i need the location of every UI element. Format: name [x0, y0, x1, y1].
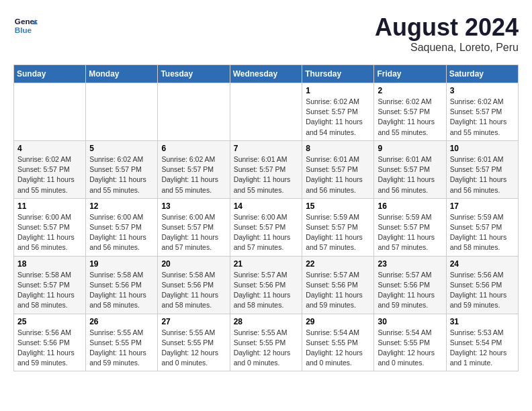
- day-info: Sunrise: 6:02 AMSunset: 5:57 PMDaylight:…: [378, 97, 442, 138]
- day-cell: 13Sunrise: 6:00 AMSunset: 5:57 PMDayligh…: [158, 198, 230, 256]
- day-cell: 16Sunrise: 5:59 AMSunset: 5:57 PMDayligh…: [374, 198, 446, 256]
- day-cell: 1Sunrise: 6:02 AMSunset: 5:57 PMDaylight…: [302, 83, 374, 141]
- weekday-header-wednesday: Wednesday: [230, 65, 302, 83]
- day-number: 12: [89, 201, 154, 211]
- day-number: 3: [450, 86, 515, 95]
- day-info: Sunrise: 6:01 AMSunset: 5:57 PMDaylight:…: [378, 154, 442, 195]
- day-info: Sunrise: 5:57 AMSunset: 5:56 PMDaylight:…: [306, 270, 370, 311]
- day-info: Sunrise: 6:00 AMSunset: 5:57 PMDaylight:…: [89, 212, 154, 253]
- day-number: 7: [234, 144, 299, 153]
- day-info: Sunrise: 6:02 AMSunset: 5:57 PMDaylight:…: [17, 154, 82, 195]
- day-info: Sunrise: 5:58 AMSunset: 5:57 PMDaylight:…: [17, 270, 82, 311]
- subtitle: Saquena, Loreto, Peru: [375, 42, 519, 54]
- day-info: Sunrise: 5:55 AMSunset: 5:55 PMDaylight:…: [234, 328, 299, 369]
- day-info: Sunrise: 6:02 AMSunset: 5:57 PMDaylight:…: [306, 97, 370, 138]
- week-row-5: 25Sunrise: 5:56 AMSunset: 5:56 PMDayligh…: [14, 314, 519, 371]
- day-number: 22: [306, 259, 370, 269]
- day-cell: 4Sunrise: 6:02 AMSunset: 5:57 PMDaylight…: [14, 140, 86, 198]
- main-title: August 2024: [375, 13, 519, 42]
- day-cell: 24Sunrise: 5:56 AMSunset: 5:56 PMDayligh…: [446, 256, 518, 314]
- day-info: Sunrise: 6:01 AMSunset: 5:57 PMDaylight:…: [234, 154, 299, 195]
- day-number: 11: [17, 201, 82, 211]
- day-number: 20: [161, 259, 226, 269]
- day-number: 26: [89, 317, 154, 326]
- day-cell: 18Sunrise: 5:58 AMSunset: 5:57 PMDayligh…: [14, 256, 86, 314]
- day-cell: 25Sunrise: 5:56 AMSunset: 5:56 PMDayligh…: [14, 314, 86, 371]
- day-info: Sunrise: 5:59 AMSunset: 5:57 PMDaylight:…: [306, 212, 370, 253]
- day-number: 29: [306, 317, 370, 326]
- day-number: 5: [89, 144, 154, 153]
- day-number: 19: [89, 259, 154, 269]
- day-info: Sunrise: 6:00 AMSunset: 5:57 PMDaylight:…: [234, 212, 299, 253]
- day-info: Sunrise: 5:55 AMSunset: 5:55 PMDaylight:…: [89, 328, 154, 369]
- day-info: Sunrise: 5:59 AMSunset: 5:57 PMDaylight:…: [450, 212, 515, 253]
- day-cell: 20Sunrise: 5:58 AMSunset: 5:56 PMDayligh…: [158, 256, 230, 314]
- week-row-2: 4Sunrise: 6:02 AMSunset: 5:57 PMDaylight…: [14, 140, 519, 198]
- day-cell: 2Sunrise: 6:02 AMSunset: 5:57 PMDaylight…: [374, 83, 446, 141]
- day-cell: 21Sunrise: 5:57 AMSunset: 5:56 PMDayligh…: [230, 256, 302, 314]
- day-info: Sunrise: 5:55 AMSunset: 5:55 PMDaylight:…: [161, 328, 226, 369]
- day-cell: 30Sunrise: 5:54 AMSunset: 5:55 PMDayligh…: [374, 314, 446, 371]
- day-info: Sunrise: 6:02 AMSunset: 5:57 PMDaylight:…: [161, 154, 226, 195]
- day-number: 31: [450, 317, 515, 326]
- day-number: 1: [306, 86, 370, 95]
- day-cell: 17Sunrise: 5:59 AMSunset: 5:57 PMDayligh…: [446, 198, 518, 256]
- day-cell: 15Sunrise: 5:59 AMSunset: 5:57 PMDayligh…: [302, 198, 374, 256]
- day-cell: [14, 83, 86, 141]
- day-info: Sunrise: 6:02 AMSunset: 5:57 PMDaylight:…: [89, 154, 154, 195]
- day-cell: [158, 83, 230, 141]
- day-cell: 12Sunrise: 6:00 AMSunset: 5:57 PMDayligh…: [86, 198, 158, 256]
- week-row-3: 11Sunrise: 6:00 AMSunset: 5:57 PMDayligh…: [14, 198, 519, 256]
- day-cell: [86, 83, 158, 141]
- day-number: 15: [306, 201, 370, 211]
- day-number: 13: [161, 201, 226, 211]
- day-info: Sunrise: 5:54 AMSunset: 5:55 PMDaylight:…: [378, 328, 442, 369]
- day-cell: 29Sunrise: 5:54 AMSunset: 5:55 PMDayligh…: [302, 314, 374, 371]
- day-number: 10: [450, 144, 515, 153]
- title-block: August 2024 Saquena, Loreto, Peru: [375, 13, 519, 54]
- day-number: 28: [234, 317, 299, 326]
- day-cell: 22Sunrise: 5:57 AMSunset: 5:56 PMDayligh…: [302, 256, 374, 314]
- svg-text:Blue: Blue: [15, 26, 32, 34]
- day-cell: 11Sunrise: 6:00 AMSunset: 5:57 PMDayligh…: [14, 198, 86, 256]
- day-number: 17: [450, 201, 515, 211]
- day-info: Sunrise: 6:01 AMSunset: 5:57 PMDaylight:…: [306, 154, 370, 195]
- calendar-table: SundayMondayTuesdayWednesdayThursdayFrid…: [13, 64, 519, 371]
- day-number: 4: [17, 144, 82, 153]
- day-cell: 19Sunrise: 5:58 AMSunset: 5:56 PMDayligh…: [86, 256, 158, 314]
- day-number: 6: [161, 144, 226, 153]
- day-number: 23: [378, 259, 442, 269]
- day-number: 8: [306, 144, 370, 153]
- day-number: 21: [234, 259, 299, 269]
- day-cell: 3Sunrise: 6:02 AMSunset: 5:57 PMDaylight…: [446, 83, 518, 141]
- logo-icon: General Blue: [13, 13, 38, 38]
- day-number: 14: [234, 201, 299, 211]
- day-cell: 14Sunrise: 6:00 AMSunset: 5:57 PMDayligh…: [230, 198, 302, 256]
- logo: General Blue: [13, 13, 38, 38]
- day-cell: 31Sunrise: 5:53 AMSunset: 5:54 PMDayligh…: [446, 314, 518, 371]
- day-number: 2: [378, 86, 442, 95]
- day-cell: 28Sunrise: 5:55 AMSunset: 5:55 PMDayligh…: [230, 314, 302, 371]
- weekday-header-friday: Friday: [374, 65, 446, 83]
- day-cell: [230, 83, 302, 141]
- day-number: 16: [378, 201, 442, 211]
- day-info: Sunrise: 5:59 AMSunset: 5:57 PMDaylight:…: [378, 212, 442, 253]
- week-row-4: 18Sunrise: 5:58 AMSunset: 5:57 PMDayligh…: [14, 256, 519, 314]
- day-cell: 6Sunrise: 6:02 AMSunset: 5:57 PMDaylight…: [158, 140, 230, 198]
- day-info: Sunrise: 5:58 AMSunset: 5:56 PMDaylight:…: [89, 270, 154, 311]
- svg-text:General: General: [15, 17, 38, 26]
- day-number: 9: [378, 144, 442, 153]
- day-cell: 9Sunrise: 6:01 AMSunset: 5:57 PMDaylight…: [374, 140, 446, 198]
- day-info: Sunrise: 6:00 AMSunset: 5:57 PMDaylight:…: [17, 212, 82, 253]
- day-number: 30: [378, 317, 442, 326]
- day-info: Sunrise: 6:01 AMSunset: 5:57 PMDaylight:…: [450, 154, 515, 195]
- day-number: 25: [17, 317, 82, 326]
- weekday-header-saturday: Saturday: [446, 65, 518, 83]
- weekday-header-thursday: Thursday: [302, 65, 374, 83]
- day-info: Sunrise: 5:58 AMSunset: 5:56 PMDaylight:…: [161, 270, 226, 311]
- weekday-header-sunday: Sunday: [14, 65, 86, 83]
- day-info: Sunrise: 6:00 AMSunset: 5:57 PMDaylight:…: [161, 212, 226, 253]
- day-cell: 7Sunrise: 6:01 AMSunset: 5:57 PMDaylight…: [230, 140, 302, 198]
- day-info: Sunrise: 5:56 AMSunset: 5:56 PMDaylight:…: [17, 328, 82, 369]
- week-row-1: 1Sunrise: 6:02 AMSunset: 5:57 PMDaylight…: [14, 83, 519, 141]
